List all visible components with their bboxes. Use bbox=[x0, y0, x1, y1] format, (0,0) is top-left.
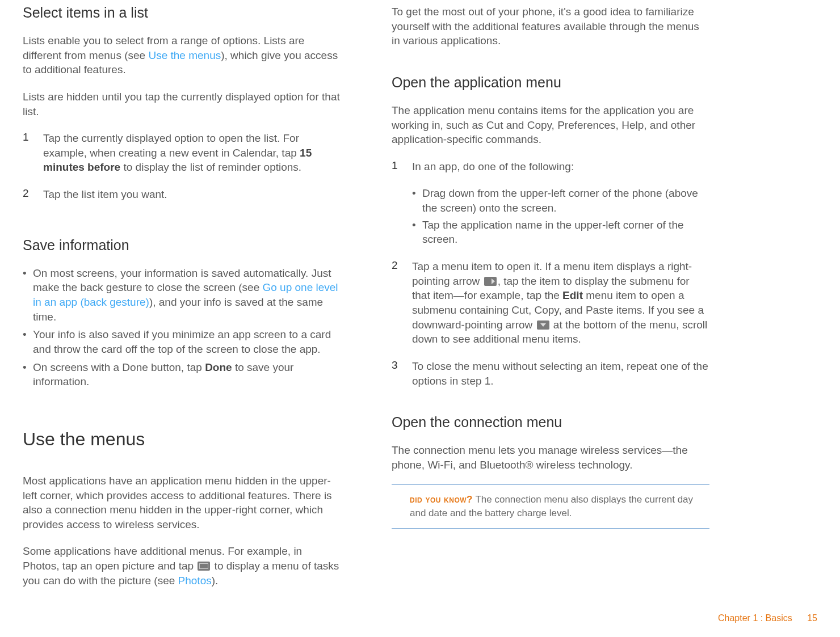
arrow-right-icon bbox=[484, 277, 497, 286]
arrow-down-icon bbox=[537, 320, 549, 330]
step-number: 1 bbox=[392, 159, 412, 174]
heading-save-info: Save information bbox=[23, 237, 341, 254]
list-item: • On screens with a Done button, tap Don… bbox=[23, 360, 341, 389]
page-footer: Chapter 1 : Basics 15 bbox=[718, 613, 817, 623]
heading-open-connection-menu: Open the connection menu bbox=[392, 414, 709, 431]
list-item: • Your info is also saved if you minimiz… bbox=[23, 327, 341, 356]
page-number: 15 bbox=[807, 613, 817, 623]
text: to display the list of reminder options. bbox=[120, 161, 301, 173]
para: Lists are hidden until you tap the curre… bbox=[23, 90, 341, 119]
list-item: • Tap the application name in the upper-… bbox=[412, 218, 709, 247]
text: Tap the application name in the upper-le… bbox=[422, 218, 709, 247]
did-you-know-callout: DID YOU KNOW? The connection menu also d… bbox=[392, 484, 709, 529]
list-item: • On most screens, your information is s… bbox=[23, 266, 341, 324]
right-column: To get the most out of your phone, it's … bbox=[392, 5, 709, 600]
step-number: 2 bbox=[23, 187, 43, 202]
para: The application menu contains items for … bbox=[392, 103, 709, 147]
step-text: Tap a menu item to open it. If a menu it… bbox=[412, 259, 709, 347]
bullet-icon: • bbox=[23, 360, 33, 389]
link-photos[interactable]: Photos bbox=[178, 575, 212, 587]
para: The connection menu lets you manage wire… bbox=[392, 443, 709, 472]
text: Tap the currently displayed option to op… bbox=[43, 132, 300, 159]
para: Some applications have additional menus.… bbox=[23, 544, 341, 588]
left-column: Select items in a list Lists enable you … bbox=[23, 5, 341, 600]
step-text: Tap the list item you want. bbox=[43, 187, 167, 202]
text: Your info is also saved if you minimize … bbox=[33, 327, 341, 356]
text: Drag down from the upper-left corner of … bbox=[422, 186, 709, 215]
step-text: In an app, do one of the following: bbox=[412, 159, 574, 174]
bullet-icon: • bbox=[23, 266, 33, 324]
bold-text: Edit bbox=[562, 289, 583, 301]
para: Lists enable you to select from a range … bbox=[23, 33, 341, 77]
bullet-icon: • bbox=[412, 186, 422, 215]
chapter-label: Chapter 1 : Basics bbox=[718, 613, 792, 623]
heading-open-app-menu: Open the application menu bbox=[392, 74, 709, 91]
link-use-the-menus[interactable]: Use the menus bbox=[148, 49, 221, 61]
list-item: 1 In an app, do one of the following: bbox=[392, 159, 709, 174]
step-text: Tap the currently displayed option to op… bbox=[43, 131, 341, 175]
step-number: 3 bbox=[392, 359, 412, 388]
bullet-icon: • bbox=[23, 327, 33, 356]
para: Most applications have an application me… bbox=[23, 474, 341, 532]
bold-text: Done bbox=[205, 361, 232, 373]
list-item: 3 To close the menu without selecting an… bbox=[392, 359, 709, 388]
heading-select-items: Select items in a list bbox=[23, 5, 341, 21]
text: On screens with a Done button, tap bbox=[33, 361, 205, 373]
bullet-icon: • bbox=[412, 218, 422, 247]
list-item: 2 Tap a menu item to open it. If a menu … bbox=[392, 259, 709, 347]
list-item: 2 Tap the list item you want. bbox=[23, 187, 341, 202]
photo-menu-icon bbox=[198, 562, 210, 571]
callout-label: DID YOU KNOW? bbox=[410, 494, 473, 505]
list-item: 1 Tap the currently displayed option to … bbox=[23, 131, 341, 175]
step-text: To close the menu without selecting an i… bbox=[412, 359, 709, 388]
list-item: • Drag down from the upper-left corner o… bbox=[412, 186, 709, 215]
text: ). bbox=[212, 575, 219, 587]
para: To get the most out of your phone, it's … bbox=[392, 5, 709, 48]
heading-use-the-menus: Use the menus bbox=[23, 429, 341, 450]
step-number: 1 bbox=[23, 131, 43, 175]
step-number: 2 bbox=[392, 259, 412, 347]
